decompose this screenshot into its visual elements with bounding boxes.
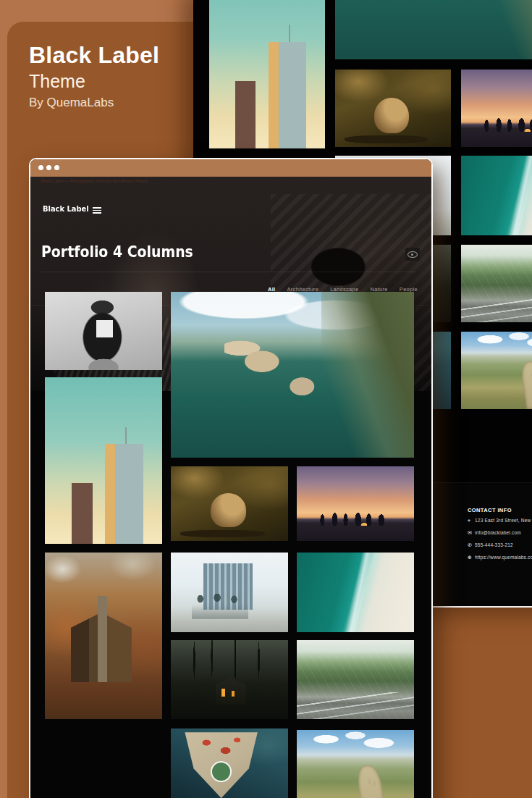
contact-email-row[interactable]: ✉ info@blacklabel.com xyxy=(468,527,532,538)
photo-ocean-cliffs[interactable] xyxy=(335,0,532,59)
contact-address-row: ⌖ 123 East 3rd Street, New York xyxy=(468,515,532,526)
contact-website-text: https://www.quemalabs.com xyxy=(475,555,532,560)
photo-monkey[interactable] xyxy=(171,466,288,541)
promo-byline: By QuemaLabs xyxy=(29,96,114,110)
email-icon: ✉ xyxy=(468,530,475,536)
photo-sunset-people[interactable] xyxy=(297,466,414,541)
photo-night-cabin[interactable] xyxy=(171,640,288,719)
photo-monkey[interactable] xyxy=(335,70,451,147)
photo-teal-shore[interactable] xyxy=(461,156,532,235)
photo-sunset-people[interactable] xyxy=(461,70,532,147)
divider xyxy=(41,272,416,272)
photo-train-tracks[interactable] xyxy=(297,640,414,719)
photo-train-tracks[interactable] xyxy=(461,245,532,322)
eye-icon xyxy=(408,251,418,258)
faint-page-title-text: Black Label — Photography Portfolio Word… xyxy=(41,179,148,183)
photo-ocean-cliffs[interactable] xyxy=(171,292,414,458)
contact-website-row[interactable]: ⊕ https://www.quemalabs.com xyxy=(468,552,532,563)
hamburger-icon[interactable] xyxy=(93,207,101,214)
page-title: Portfolio 4 Columns xyxy=(41,243,193,261)
photo-teal-shore[interactable] xyxy=(297,553,414,632)
photo-hill-path[interactable] xyxy=(461,332,532,409)
contact-info-heading: CONTACT INFO xyxy=(468,507,532,513)
location-pin-icon: ⌖ xyxy=(468,518,475,524)
contact-info-block: CONTACT INFO ⌖ 123 East 3rd Street, New … xyxy=(468,507,532,563)
window-dot-icon[interactable] xyxy=(38,165,43,170)
globe-icon: ⊕ xyxy=(468,555,475,560)
promo-subtitle: Theme xyxy=(29,71,85,92)
window-control-dots xyxy=(38,165,59,170)
photo-harbor-aerial[interactable] xyxy=(171,728,288,798)
phone-icon: ✆ xyxy=(468,542,475,548)
window-dot-icon[interactable] xyxy=(54,165,59,170)
photo-foggy-building[interactable] xyxy=(171,553,288,632)
photo-hill-path[interactable] xyxy=(297,730,414,798)
window-dot-icon[interactable] xyxy=(46,165,51,170)
view-options-button[interactable] xyxy=(405,248,420,261)
photo-teal-skyscraper[interactable] xyxy=(45,377,162,544)
photo-fashion-model[interactable] xyxy=(45,292,162,370)
contact-address-text: 123 East 3rd Street, New York xyxy=(475,518,532,523)
photo-autumn-cabin[interactable] xyxy=(45,553,162,719)
window-titlebar xyxy=(30,159,431,177)
front-browser-window: Black Label — Photography Portfolio Word… xyxy=(29,158,433,798)
site-logo[interactable]: Black Label xyxy=(43,204,89,214)
contact-phone-row[interactable]: ✆ 555-444-333-212 xyxy=(468,539,532,550)
promo-title: Black Label xyxy=(29,42,159,69)
contact-phone-text: 555-444-333-212 xyxy=(475,542,513,547)
contact-email-text: info@blacklabel.com xyxy=(475,530,521,535)
photo-teal-skyscraper[interactable] xyxy=(209,0,325,148)
